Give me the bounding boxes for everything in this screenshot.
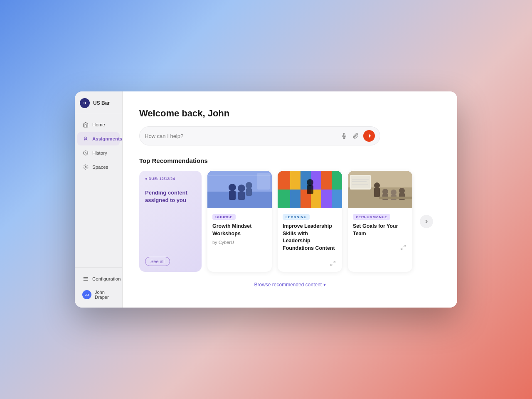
svg-rect-15 <box>257 173 270 190</box>
browse-label: Browse recommended content <box>254 282 322 288</box>
svg-rect-18 <box>290 171 300 190</box>
svg-rect-27 <box>321 190 332 208</box>
svg-point-10 <box>229 184 236 191</box>
performance-card: PERFORMANCE Set Goals for Your Team <box>348 171 412 272</box>
history-icon <box>82 150 89 156</box>
home-icon <box>82 121 89 128</box>
sidebar-item-configuration[interactable]: Configuration <box>77 273 120 285</box>
learning-card-image <box>278 171 342 208</box>
svg-point-40 <box>382 189 388 195</box>
sidebar-item-spaces[interactable]: Spaces <box>77 160 120 174</box>
course-card-author: by CyberU <box>212 240 267 245</box>
send-button[interactable] <box>363 130 375 142</box>
app-window: U US Bar Home <box>75 91 457 308</box>
browse-arrow-icon: ▾ <box>323 282 326 288</box>
assignments-icon <box>82 135 89 142</box>
user-name-label: John Draper <box>95 290 115 300</box>
performance-card-image <box>348 171 412 208</box>
pending-title: Pending content assigned to you <box>145 189 196 252</box>
course-card-image <box>207 171 272 208</box>
svg-line-32 <box>331 264 332 266</box>
learning-badge: LEARNING <box>283 214 310 220</box>
course-card-body: COURSE Growth Mindset Workshops by Cyber… <box>207 208 272 250</box>
microphone-icon[interactable] <box>340 132 348 140</box>
see-all-button[interactable]: See all <box>145 257 170 266</box>
svg-line-31 <box>333 261 335 263</box>
svg-point-8 <box>246 182 252 189</box>
perf-expand-icon[interactable] <box>399 243 407 251</box>
svg-rect-17 <box>278 171 290 190</box>
svg-point-12 <box>238 185 245 192</box>
sidebar-nav: Home Assignments Histo <box>75 114 122 267</box>
next-arrow-button[interactable] <box>420 215 433 228</box>
svg-point-0 <box>85 137 87 139</box>
search-input[interactable] <box>145 133 337 139</box>
sidebar-item-history[interactable]: History <box>77 146 120 160</box>
browse-link[interactable]: Browse recommended content ▾ <box>139 282 441 288</box>
spaces-icon <box>82 164 89 170</box>
pending-card: ● DUE: 12/12/24 Pending content assigned… <box>139 171 202 272</box>
svg-point-29 <box>307 179 313 186</box>
svg-rect-13 <box>238 192 245 200</box>
assignments-label: Assignments <box>92 136 122 141</box>
search-icons <box>340 130 375 142</box>
svg-rect-21 <box>321 171 332 190</box>
sidebar-item-assignments[interactable]: Assignments <box>77 132 120 145</box>
search-bar <box>139 126 380 145</box>
cards-row: ● DUE: 12/12/24 Pending content assigned… <box>139 171 441 272</box>
user-avatar: JD <box>82 290 91 299</box>
course-card: COURSE Growth Mindset Workshops by Cyber… <box>207 171 272 272</box>
svg-rect-48 <box>379 197 412 199</box>
learning-card-footer <box>278 259 342 272</box>
svg-point-44 <box>399 188 405 194</box>
main-content: Welcome back, John <box>123 91 457 308</box>
sidebar-item-home[interactable]: Home <box>77 118 120 131</box>
spaces-label: Spaces <box>92 165 108 170</box>
svg-rect-30 <box>307 185 313 194</box>
svg-rect-36 <box>351 176 370 188</box>
svg-line-49 <box>404 245 405 247</box>
home-label: Home <box>92 122 105 127</box>
course-card-title: Growth Mindset Workshops <box>212 223 267 237</box>
config-label: Configuration <box>92 276 121 281</box>
svg-rect-47 <box>374 188 380 197</box>
attachment-icon[interactable] <box>352 132 360 140</box>
learning-card: LEARNING Improve Leadership Skills with … <box>278 171 342 272</box>
course-badge: COURSE <box>212 214 236 220</box>
learning-card-body: LEARNING Improve Leadership Skills with … <box>278 208 342 259</box>
performance-card-title: Set Goals for Your Team <box>353 223 407 237</box>
due-badge: ● DUE: 12/12/24 <box>145 177 196 181</box>
logo-text: US Bar <box>93 100 110 106</box>
sidebar-bottom: Configuration JD John Draper <box>75 267 122 308</box>
expand-icon[interactable] <box>329 259 337 268</box>
section-title: Top Recommendations <box>139 157 441 164</box>
svg-line-50 <box>401 248 403 249</box>
sidebar-user[interactable]: JD John Draper <box>77 287 120 303</box>
performance-card-footer <box>348 240 412 256</box>
welcome-title: Welcome back, John <box>139 108 441 119</box>
svg-point-46 <box>374 182 380 188</box>
svg-rect-28 <box>332 190 342 208</box>
svg-point-42 <box>391 190 397 195</box>
config-icon <box>82 276 89 282</box>
svg-rect-23 <box>278 190 290 208</box>
svg-rect-22 <box>332 171 342 190</box>
logo-icon: U <box>80 98 90 108</box>
svg-point-2 <box>85 166 86 168</box>
svg-rect-9 <box>246 188 252 196</box>
performance-card-body: PERFORMANCE Set Goals for Your Team <box>348 208 412 237</box>
performance-badge: PERFORMANCE <box>353 214 390 220</box>
svg-rect-11 <box>229 191 236 200</box>
sidebar: U US Bar Home <box>75 91 123 308</box>
svg-rect-24 <box>290 190 300 208</box>
sidebar-logo[interactable]: U US Bar <box>75 91 122 114</box>
learning-card-title: Improve Leadership Skills with Leadershi… <box>283 223 337 252</box>
history-label: History <box>92 150 107 155</box>
